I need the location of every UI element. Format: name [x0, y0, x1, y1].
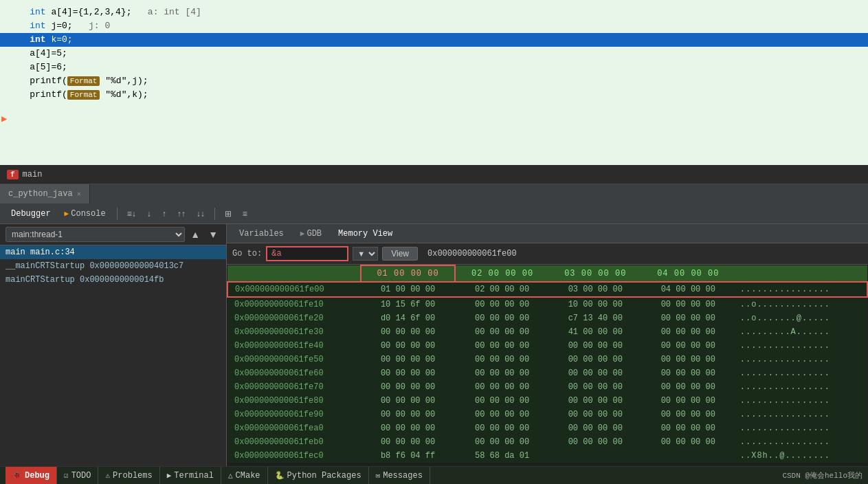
memory-cell: b8 f6 04 ff	[361, 449, 456, 463]
memory-addr-fe70: 0x000000000061fe70	[227, 380, 361, 394]
memory-header-col2: 02 00 00 00	[455, 265, 548, 282]
memory-row-fe70: 0x000000000061fe70 00 00 00 00 00 00 00 …	[227, 380, 867, 394]
memory-cell	[549, 449, 642, 463]
memory-cell: 00 00 00 00	[642, 339, 735, 353]
memory-ascii: ................	[735, 408, 867, 421]
thread-dropdown[interactable]: main:thread-1	[5, 227, 185, 242]
cmake-icon: △	[228, 471, 233, 480]
memory-addr-input[interactable]	[266, 246, 348, 261]
memory-cell: 00 00 00 00	[361, 380, 456, 394]
debug-label: Debug	[25, 471, 49, 481]
step-instruction-btn[interactable]: ↓↓	[192, 208, 209, 220]
main-header: f main	[0, 165, 868, 184]
memory-ascii: .........A......	[735, 325, 867, 339]
memory-row-fec0: 0x000000000061fec0 b8 f6 04 ff 58 68 da …	[227, 449, 867, 463]
frame-item-maincrtstart[interactable]: __mainCRTStartup 0x000000000004013c7	[0, 259, 226, 273]
console-icon: ▶	[65, 209, 69, 218]
memory-cell: 10 15 6f 00	[361, 297, 456, 311]
file-tab-c-python-java[interactable]: c_python_java ✕	[0, 184, 90, 204]
frame-item-maincrtstart2[interactable]: mainCRTStartup 0x0000000000014fb	[0, 273, 226, 287]
memory-ascii: ................	[735, 353, 867, 366]
memory-cell: 00 00 00 00	[642, 366, 735, 380]
memory-addr-dropdown[interactable]: ▼	[353, 247, 378, 261]
memory-row-fe20: 0x000000000061fe20 d0 14 6f 00 00 00 00 …	[227, 311, 867, 325]
grid-view-btn[interactable]: ⊞	[221, 208, 236, 220]
run-cursor-btn[interactable]: ↑↑	[173, 208, 190, 220]
status-messages[interactable]: ✉ Messages	[369, 467, 430, 484]
memory-row-fe50: 0x000000000061fe50 00 00 00 00 00 00 00 …	[227, 353, 867, 366]
memory-ascii: ................	[735, 435, 867, 449]
memory-cell: 58 68 da 01	[455, 449, 548, 463]
status-debug[interactable]: 🐞 Debug	[5, 467, 57, 484]
step-over-btn[interactable]: ≡↓	[123, 208, 140, 220]
memory-cell: c7 13 40 00	[549, 311, 642, 325]
status-problems[interactable]: ⚠ Problems	[98, 467, 159, 484]
memory-cell: 00 00 00 00	[642, 380, 735, 394]
memory-addr-fe60: 0x000000000061fe60	[227, 366, 361, 380]
step-out-btn[interactable]: ↑	[158, 208, 170, 220]
memory-addr-fe00: 0x000000000061fe00	[227, 282, 361, 297]
memory-row-fe60: 0x000000000061fe60 00 00 00 00 00 00 00 …	[227, 366, 867, 380]
thread-down-btn[interactable]: ▼	[205, 228, 221, 241]
memory-addr-fe80: 0x000000000061fe80	[227, 394, 361, 408]
memory-addr-fec0: 0x000000000061fec0	[227, 449, 361, 463]
code-text: int k=0;	[8, 33, 73, 47]
memory-ascii: ..o.............	[735, 297, 867, 311]
view-button[interactable]: View	[382, 247, 418, 261]
breakpoint-arrow: ▶	[1, 112, 7, 126]
memory-addr-fe30: 0x000000000061fe30	[227, 325, 361, 339]
memory-cell: 00 00 00 00	[455, 339, 548, 353]
memory-cell: 00 00 00 00	[642, 435, 735, 449]
status-python-packages[interactable]: 🐍 Python Packages	[268, 467, 369, 484]
memory-cell	[642, 449, 735, 463]
status-terminal[interactable]: ▶ Terminal	[160, 467, 221, 484]
status-todo[interactable]: ☑ TODO	[57, 467, 98, 484]
file-tab-bar: c_python_java ✕	[0, 184, 868, 204]
memory-ascii: ................	[735, 380, 867, 394]
memory-cell: 00 00 00 00	[549, 408, 642, 421]
memory-cell: 00 00 00 00	[455, 394, 548, 408]
debugger-tab[interactable]: Debugger	[5, 208, 56, 220]
memory-ascii: ................	[735, 339, 867, 353]
memory-row-fe90: 0x000000000061fe90 00 00 00 00 00 00 00 …	[227, 408, 867, 421]
memory-cell: 00 00 00 00	[642, 421, 735, 435]
code-editor: int a[4]={1,2,3,4}; a: int [4] int j=0; …	[0, 0, 868, 165]
memory-table-container[interactable]: 01 00 00 00 02 00 00 00 03 00 00 00 04 0…	[227, 265, 868, 466]
debug-main: main:thread-1 ▲ ▼ main main.c:34 __mainC…	[0, 224, 868, 466]
memory-table-body: 0x000000000061fe00 01 00 00 00 02 00 00 …	[227, 282, 867, 463]
thread-up-btn[interactable]: ▲	[188, 228, 203, 241]
close-icon[interactable]: ✕	[77, 190, 81, 198]
f-badge: f	[7, 170, 19, 179]
console-tab[interactable]: ▶ Console	[59, 208, 111, 220]
tab-memory-view[interactable]: Memory View	[331, 228, 399, 240]
memory-cell: 00 00 00 00	[549, 394, 642, 408]
tab-gdb[interactable]: ▶ GDB	[293, 228, 329, 240]
memory-cell: 00 00 00 00	[549, 435, 642, 449]
status-cmake[interactable]: △ CMake	[221, 467, 268, 484]
status-bar: 🐞 Debug ☑ TODO ⚠ Problems ▶ Terminal △ C…	[0, 466, 868, 484]
memory-cell: 00 00 00 00	[361, 408, 456, 421]
memory-ascii: ................	[735, 366, 867, 380]
list-view-btn[interactable]: ≡	[238, 208, 252, 220]
messages-icon: ✉	[376, 471, 381, 480]
memory-cell: 00 00 00 00	[549, 339, 642, 353]
terminal-label: Terminal	[174, 471, 214, 481]
code-line: int j=0; j: 0	[8, 19, 860, 33]
step-into-btn[interactable]: ↓	[143, 208, 155, 220]
problems-label: Problems	[113, 471, 153, 481]
memory-row-fe80: 0x000000000061fe80 00 00 00 00 00 00 00 …	[227, 394, 867, 408]
thread-selector: main:thread-1 ▲ ▼	[0, 224, 226, 245]
memory-ascii: ................	[735, 394, 867, 408]
debug-icon: 🐞	[12, 471, 22, 480]
memory-cell: 04 00 00 00	[642, 282, 735, 297]
main-title: main	[23, 170, 43, 179]
memory-addr-fe40: 0x000000000061fe40	[227, 339, 361, 353]
code-text: printf(Format "%d",j);	[8, 74, 148, 88]
frame-item-main[interactable]: main main.c:34	[0, 245, 226, 259]
memory-header-addr	[227, 265, 361, 282]
memory-cell: 00 00 00 00	[361, 339, 456, 353]
memory-cell: 01 00 00 00	[361, 282, 456, 297]
memory-ascii: ................	[735, 421, 867, 435]
code-line: printf(Format "%d",j);	[8, 74, 860, 88]
tab-variables[interactable]: Variables	[232, 228, 291, 240]
